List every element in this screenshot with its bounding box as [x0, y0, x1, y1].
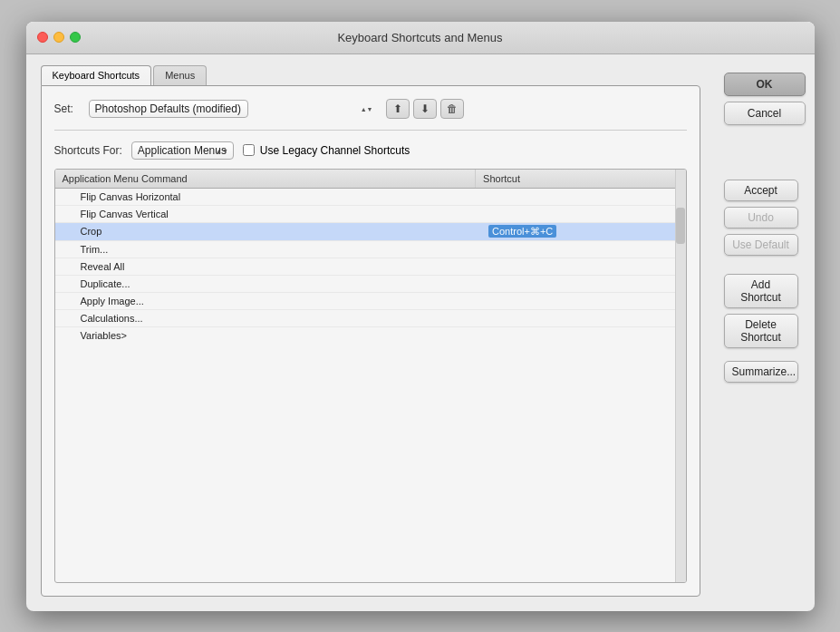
tab-bar: Keyboard Shortcuts Menus — [41, 65, 700, 85]
shortcut-cell — [481, 293, 675, 309]
use-default-button[interactable]: Use Default — [724, 234, 798, 256]
save-icon: ⬆ — [393, 102, 402, 115]
load-set-button[interactable]: ⬇ — [413, 99, 437, 119]
top-buttons: OK Cancel — [724, 65, 806, 125]
cmd-cell: Trim... — [55, 241, 482, 258]
shortcut-cell — [481, 310, 675, 326]
delete-icon: 🗑 — [447, 102, 458, 115]
table-body: Flip Canvas Horizontal Flip Canvas Verti… — [55, 189, 675, 582]
table-row[interactable]: Variables> — [55, 327, 675, 344]
cmd-cell: Apply Image... — [55, 293, 482, 309]
shortcuts-for-label: Shortcuts For: — [54, 144, 122, 157]
set-label: Set: — [54, 102, 82, 115]
shortcuts-for-row: Shortcuts For: Application Menus Use Leg… — [54, 141, 687, 160]
table-row[interactable]: Flip Canvas Vertical — [55, 206, 675, 223]
content-panel: Set: Photoshop Defaults (modified) ⬆ ⬇ — [41, 85, 700, 597]
save-set-button[interactable]: ⬆ — [386, 99, 410, 119]
traffic-lights — [37, 32, 81, 43]
toolbar-icons: ⬆ ⬇ 🗑 — [386, 99, 464, 119]
col-shortcut: Shortcut — [476, 170, 674, 188]
summarize-button[interactable]: Summarize... — [724, 361, 798, 383]
table-row[interactable]: Calculations... — [55, 310, 675, 327]
shortcuts-for-select-wrapper: Application Menus — [131, 141, 234, 160]
set-row: Set: Photoshop Defaults (modified) ⬆ ⬇ — [54, 99, 687, 119]
delete-set-button[interactable]: 🗑 — [440, 99, 464, 119]
bottom-buttons: Add Shortcut Delete Shortcut Summarize..… — [724, 256, 806, 383]
set-select-wrapper: Photoshop Defaults (modified) — [89, 100, 379, 118]
cmd-cell: Calculations... — [55, 310, 482, 326]
load-icon: ⬇ — [420, 102, 430, 115]
undo-button[interactable]: Undo — [724, 207, 798, 228]
tab-menus[interactable]: Menus — [153, 65, 207, 85]
shortcut-cell — [481, 189, 675, 205]
keyboard-shortcuts-window: Keyboard Shortcuts and Menus Keyboard Sh… — [26, 22, 815, 611]
ok-button[interactable]: OK — [724, 73, 806, 96]
table-row[interactable]: Trim... — [55, 241, 675, 258]
cmd-cell: Duplicate... — [55, 276, 482, 292]
minimize-button[interactable] — [53, 32, 64, 43]
main-content: Keyboard Shortcuts Menus Set: Photoshop … — [26, 54, 715, 611]
table-row[interactable]: Flip Canvas Horizontal — [55, 189, 675, 206]
delete-shortcut-button[interactable]: Delete Shortcut — [724, 314, 798, 348]
shortcut-cell — [481, 276, 675, 292]
cancel-button[interactable]: Cancel — [724, 102, 806, 125]
shortcut-cell — [481, 241, 675, 258]
divider-1 — [54, 130, 687, 131]
table-row[interactable]: Apply Image... — [55, 293, 675, 310]
legacy-checkbox-row: Use Legacy Channel Shortcuts — [243, 144, 410, 157]
col-command: Application Menu Command — [55, 170, 477, 188]
table-row[interactable]: Duplicate... — [55, 276, 675, 293]
cmd-cell: Crop — [55, 223, 482, 240]
table-row[interactable]: Crop Control+⌘+C — [55, 223, 675, 241]
window-title: Keyboard Shortcuts and Menus — [337, 31, 502, 44]
scrollbar[interactable] — [675, 170, 686, 582]
cmd-cell: Reveal All — [55, 258, 482, 275]
cmd-cell: Flip Canvas Horizontal — [55, 189, 482, 205]
shortcuts-for-select[interactable]: Application Menus — [131, 141, 234, 160]
shortcut-input[interactable]: Control+⌘+C — [488, 225, 556, 238]
shortcut-cell — [481, 258, 675, 275]
cmd-cell: Variables> — [55, 327, 482, 344]
cmd-cell: Flip Canvas Vertical — [55, 206, 482, 222]
add-shortcut-button[interactable]: Add Shortcut — [724, 274, 798, 308]
shortcut-cell: Control+⌘+C — [481, 223, 675, 240]
legacy-channel-shortcuts-checkbox[interactable] — [243, 144, 255, 156]
tab-keyboard-shortcuts[interactable]: Keyboard Shortcuts — [41, 65, 152, 85]
scrollbar-thumb[interactable] — [676, 208, 685, 244]
close-button[interactable] — [37, 32, 48, 43]
table-row[interactable]: Reveal All — [55, 258, 675, 276]
legacy-label: Use Legacy Channel Shortcuts — [260, 144, 410, 157]
right-section: OK Cancel Accept Undo Use Default Add Sh… — [715, 54, 815, 611]
maximize-button[interactable] — [70, 32, 81, 43]
middle-buttons: Accept Undo Use Default — [724, 125, 806, 256]
table-header: Application Menu Command Shortcut — [55, 170, 675, 189]
window-body: Keyboard Shortcuts Menus Set: Photoshop … — [26, 54, 815, 611]
accept-button[interactable]: Accept — [724, 180, 798, 201]
shortcut-cell — [481, 327, 675, 344]
commands-table-container: Application Menu Command Shortcut Flip C… — [54, 169, 687, 583]
shortcut-cell — [481, 206, 675, 222]
set-select[interactable]: Photoshop Defaults (modified) — [89, 100, 248, 118]
titlebar: Keyboard Shortcuts and Menus — [26, 22, 815, 54]
